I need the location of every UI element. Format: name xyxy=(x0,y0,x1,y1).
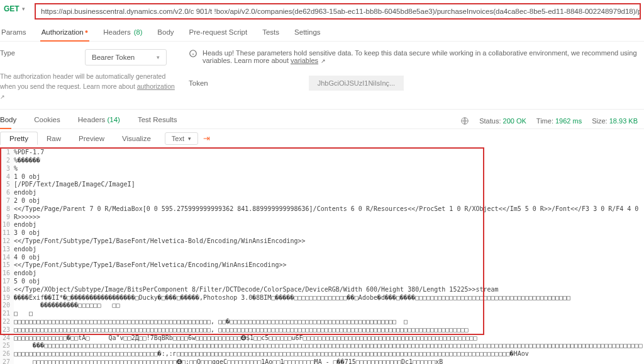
resp-tab-headers-count: (14) xyxy=(107,116,119,123)
headsup-banner: Heads up! These parameters hold sensitiv… xyxy=(189,49,639,64)
size-value: 18.93 KB xyxy=(609,117,638,125)
lang-value: Text xyxy=(172,135,184,142)
auth-type-dropdown[interactable]: Bearer Token ▾ xyxy=(85,49,167,65)
response-meta: Status: 200 OK Time: 1962 ms Size: 18.93… xyxy=(460,117,638,125)
external-link-icon: ↗ xyxy=(319,58,326,64)
request-tabs: Params Authorization● Headers (8) Body P… xyxy=(0,20,644,42)
resp-tab-headers[interactable]: Headers (14) xyxy=(78,113,126,128)
resp-tab-headers-label: Headers xyxy=(78,116,105,123)
tab-headers-count: (8) xyxy=(134,28,142,36)
wrap-lines-icon[interactable]: ⇥ xyxy=(203,134,210,143)
tab-tests[interactable]: Tests xyxy=(261,26,280,41)
method-dropdown[interactable]: GET ▾ xyxy=(4,4,25,13)
token-label: Token xyxy=(189,79,208,87)
resp-tab-body[interactable]: Body xyxy=(0,113,23,128)
tab-headers-label: Headers xyxy=(103,28,130,36)
tab-body[interactable]: Body xyxy=(156,26,175,41)
view-tabs: Pretty Raw Preview Visualize Text ▾ ⇥ xyxy=(0,129,644,147)
line-gutter: 1234567891011121314151617181920212223242… xyxy=(0,147,14,364)
view-tab-pretty[interactable]: Pretty xyxy=(0,132,38,145)
tab-auth-label: Authorization xyxy=(42,28,84,36)
external-link-icon: ↗ xyxy=(0,94,5,100)
lang-dropdown[interactable]: Text ▾ xyxy=(165,132,198,145)
time-label: Time: xyxy=(536,117,553,125)
dot-icon: ● xyxy=(85,28,88,35)
token-field[interactable]: JhbGciOiJSUzI1NiIsInç... xyxy=(309,76,404,91)
response-body-area: 1234567891011121314151617181920212223242… xyxy=(0,147,644,364)
globe-icon[interactable] xyxy=(460,117,469,125)
tab-params[interactable]: Params xyxy=(0,26,28,41)
size-label: Size: xyxy=(592,117,607,125)
response-tabs: Body Cookies Headers (14) Test Results S… xyxy=(0,110,644,129)
auth-panel: Type Bearer Token ▾ The authorization he… xyxy=(0,42,644,110)
url-text: https://api.businesscentral.dynamics.com… xyxy=(36,8,640,15)
tab-prerequest[interactable]: Pre-request Script xyxy=(188,26,249,41)
view-tab-preview[interactable]: Preview xyxy=(70,132,113,145)
auth-helper-text: The authorization header will be automat… xyxy=(0,72,176,101)
headsup-text: Heads up! These parameters hold sensitiv… xyxy=(203,49,637,64)
code-content[interactable]: %PDF-1.7%������%1 0 obj[/PDF/Text/ImageB… xyxy=(14,147,644,364)
time-value: 1962 ms xyxy=(555,117,582,125)
view-tab-visualize[interactable]: Visualize xyxy=(113,132,160,145)
status-label: Status: xyxy=(479,117,501,125)
resp-tab-testresults[interactable]: Test Results xyxy=(138,113,184,128)
auth-type-value: Bearer Token xyxy=(92,54,135,61)
status-value: 200 OK xyxy=(503,117,526,125)
chevron-down-icon: ▾ xyxy=(188,135,191,142)
url-input[interactable]: https://api.businesscentral.dynamics.com… xyxy=(35,3,641,20)
resp-tab-cookies[interactable]: Cookies xyxy=(34,113,67,128)
tab-settings[interactable]: Settings xyxy=(293,26,322,41)
chevron-down-icon: ▾ xyxy=(157,54,160,60)
method-label: GET xyxy=(4,4,19,13)
info-icon xyxy=(189,49,197,58)
tab-headers[interactable]: Headers (8) xyxy=(102,26,143,41)
headsup-link[interactable]: variables xyxy=(291,57,318,64)
chevron-down-icon: ▾ xyxy=(22,6,25,12)
tab-authorization[interactable]: Authorization● xyxy=(40,26,90,41)
view-tab-raw[interactable]: Raw xyxy=(38,132,70,145)
auth-helper-link[interactable]: authorization xyxy=(137,82,175,90)
